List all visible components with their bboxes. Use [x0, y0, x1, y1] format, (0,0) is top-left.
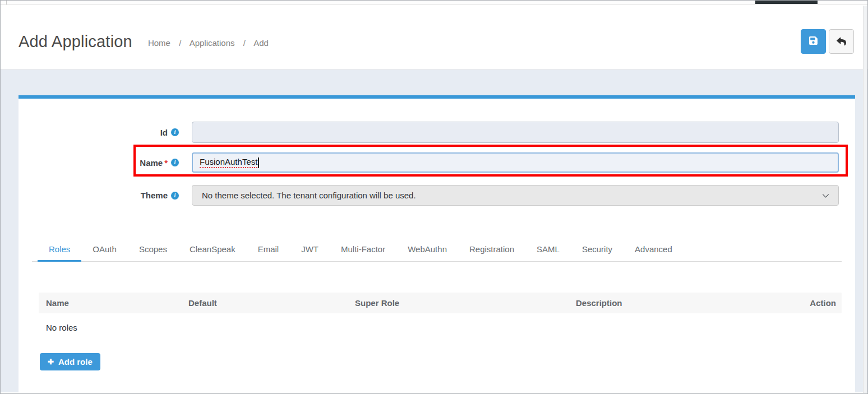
- info-icon[interactable]: i: [171, 128, 179, 136]
- tab-jwt[interactable]: JWT: [290, 238, 330, 261]
- id-label: Id: [160, 128, 168, 137]
- tab-security[interactable]: Security: [571, 238, 624, 261]
- tab-bar: Roles OAuth Scopes CleanSpeak Email JWT …: [32, 238, 842, 262]
- form-row-theme: Theme i No theme selected. The tenant co…: [19, 185, 855, 206]
- breadcrumb-home[interactable]: Home: [148, 38, 170, 48]
- id-input-col: [192, 122, 839, 143]
- column-header-action: Action: [802, 298, 836, 308]
- tab-roles[interactable]: Roles: [38, 238, 81, 261]
- floppy-disk-icon: [809, 36, 818, 47]
- info-icon[interactable]: i: [171, 192, 179, 200]
- add-role-button-label: Add role: [58, 357, 93, 367]
- header-left: Add Application Home / Applications / Ad…: [19, 33, 269, 51]
- return-arrow-icon: [836, 36, 847, 47]
- breadcrumb-applications[interactable]: Applications: [190, 38, 235, 48]
- info-icon[interactable]: i: [171, 159, 179, 166]
- column-header-description: Description: [576, 298, 802, 308]
- info-icon-glyph: i: [174, 193, 176, 198]
- top-strip-divider: [6, 1, 7, 4]
- chevron-down-icon: [822, 191, 829, 200]
- page: Add Application Home / Applications / Ad…: [0, 0, 868, 394]
- column-header-super-role: Super Role: [355, 298, 576, 308]
- tab-advanced[interactable]: Advanced: [624, 238, 684, 261]
- tab-webauthn[interactable]: WebAuthn: [396, 238, 458, 261]
- info-icon-glyph: i: [174, 160, 176, 165]
- form-row-name: Name * i FusionAuthTest: [19, 152, 855, 173]
- column-header-default: Default: [188, 298, 355, 308]
- theme-label: Theme: [141, 191, 168, 200]
- tab-scopes[interactable]: Scopes: [128, 238, 178, 261]
- name-label: Name: [140, 158, 163, 168]
- breadcrumb: Home / Applications / Add: [148, 38, 269, 48]
- main-content: Id i Name * i FusionAuthTest: [1, 69, 867, 392]
- tab-saml[interactable]: SAML: [525, 238, 571, 261]
- info-icon-glyph: i: [174, 129, 176, 135]
- tab-cleanspeak[interactable]: CleanSpeak: [178, 238, 247, 261]
- name-input[interactable]: FusionAuthTest: [192, 152, 839, 173]
- save-button[interactable]: [801, 29, 826, 54]
- header-actions: [801, 29, 854, 54]
- id-input[interactable]: [192, 122, 839, 143]
- form-panel: Id i Name * i FusionAuthTest: [19, 95, 855, 392]
- empty-table-message: No roles: [46, 323, 842, 332]
- page-header: Add Application Home / Applications / Ad…: [1, 5, 867, 69]
- name-label-group: Name * i: [19, 158, 179, 168]
- scrollbar[interactable]: [863, 6, 867, 393]
- breadcrumb-add[interactable]: Add: [253, 38, 269, 48]
- page-title: Add Application: [19, 33, 132, 51]
- name-input-col: FusionAuthTest: [192, 152, 839, 173]
- tab-multi-factor[interactable]: Multi-Factor: [330, 238, 396, 261]
- column-header-name: Name: [46, 298, 188, 308]
- breadcrumb-separator: /: [179, 38, 181, 48]
- tab-email[interactable]: Email: [247, 238, 290, 261]
- plus-icon: ✚: [48, 358, 54, 365]
- add-role-button[interactable]: ✚ Add role: [40, 353, 100, 370]
- required-asterisk: *: [164, 158, 168, 168]
- theme-select[interactable]: No theme selected. The tenant configurat…: [192, 185, 839, 206]
- browser-top-strip: [1, 1, 867, 5]
- tab-registration[interactable]: Registration: [458, 238, 525, 261]
- roles-table-header: Name Default Super Role Description Acti…: [39, 293, 842, 313]
- theme-select-value: No theme selected. The tenant configurat…: [202, 191, 416, 200]
- id-label-group: Id i: [19, 128, 179, 137]
- name-input-value: FusionAuthTest: [200, 157, 257, 168]
- roles-table: Name Default Super Role Description Acti…: [39, 293, 842, 332]
- breadcrumb-separator: /: [243, 38, 246, 48]
- form-row-id: Id i: [19, 122, 855, 143]
- go-back-button[interactable]: [829, 29, 854, 54]
- text-caret: [258, 157, 259, 168]
- theme-input-col: No theme selected. The tenant configurat…: [192, 185, 839, 206]
- tab-oauth[interactable]: OAuth: [81, 238, 128, 261]
- theme-label-group: Theme i: [19, 191, 179, 200]
- top-dark-bar: [755, 1, 818, 4]
